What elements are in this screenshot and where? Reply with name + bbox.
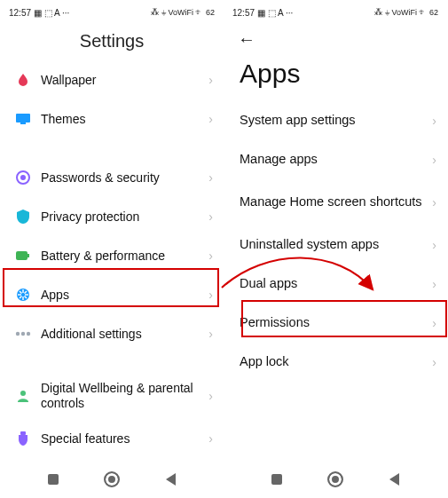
chevron-right-icon: › [432,195,436,209]
row-uninstalled-apps[interactable]: Uninstalled system apps › [224,225,447,265]
row-passwords-security[interactable]: Passwords & security › [0,158,224,197]
row-apps[interactable]: Apps › [0,275,224,314]
additional-icon [15,326,31,342]
chevron-right-icon: › [432,277,436,291]
nav-home-icon[interactable] [104,471,120,487]
nav-recent-icon[interactable] [48,474,59,485]
themes-icon [15,111,31,127]
row-label: Permissions [240,315,432,330]
svg-rect-0 [16,114,30,123]
chevron-right-icon: › [208,209,213,224]
privacy-icon [15,209,31,225]
back-button[interactable]: ← [238,29,255,50]
chevron-right-icon: › [432,355,436,369]
special-icon [15,431,31,447]
row-special[interactable]: Special features › [0,419,224,458]
row-manage-apps[interactable]: Manage apps › [224,140,447,179]
row-themes[interactable]: Themes › [0,99,224,138]
row-label: System app settings [240,113,432,128]
chevron-right-icon: › [432,238,436,252]
status-left-icons: ▦ ⬚ A ··· [34,8,69,18]
chevron-right-icon: › [208,327,213,341]
chevron-right-icon: › [208,389,213,403]
status-bar: 12:57 ▦ ⬚ A ··· ⁂ ⏚ VoWiFi ᯤ 62 [224,0,447,22]
wallpaper-icon [15,72,31,88]
battery-icon [15,248,31,264]
row-permissions[interactable]: Permissions › [224,304,447,343]
row-label: Manage Home screen shortcuts [240,194,432,209]
chevron-right-icon: › [208,288,213,302]
nav-back-icon[interactable] [166,473,176,486]
status-right-icons: ⁂ ⏚ VoWiFi ᯤ 62 [374,8,438,17]
row-dual-apps[interactable]: Dual apps › [224,265,447,304]
svg-rect-19 [20,431,26,435]
chevron-right-icon: › [208,112,213,126]
row-label: Privacy protection [41,209,208,225]
chevron-right-icon: › [208,73,213,87]
nav-recent-icon[interactable] [271,474,282,485]
wellbeing-icon [15,388,31,404]
security-icon [15,170,31,186]
svg-point-3 [20,175,26,180]
page-title: Settings [0,22,224,60]
row-wallpaper[interactable]: Wallpaper › [0,60,224,99]
svg-point-18 [20,391,26,396]
row-app-lock[interactable]: App lock › [224,343,447,382]
svg-rect-5 [28,254,29,257]
row-label: Uninstalled system apps [240,237,432,252]
row-label: Apps [41,288,208,303]
apps-list: System app settings › Manage apps › Mana… [224,101,447,382]
row-label: Dual apps [240,276,432,291]
row-additional[interactable]: Additional settings › [0,314,224,353]
apps-icon [15,287,31,303]
section-gap [0,353,224,373]
status-right-icons: ⁂ ⏚ VoWiFi ᯤ 62 [151,8,215,17]
chevron-right-icon: › [208,170,213,185]
nav-bar [0,466,224,493]
status-time: 12:57 [232,8,255,18]
chevron-right-icon: › [208,431,213,446]
status-bar: 12:57 ▦ ⬚ A ··· ⁂ ⏚ VoWiFi ᯤ 62 [0,0,224,22]
apps-screen: 12:57 ▦ ⬚ A ··· ⁂ ⏚ VoWiFi ᯤ 62 ← Apps S… [224,0,447,498]
row-battery[interactable]: Battery & performance › [0,236,224,275]
chevron-right-icon: › [432,316,436,330]
svg-point-15 [16,332,20,336]
row-wellbeing[interactable]: Digital Wellbeing & parental controls › [0,373,224,419]
row-label: Manage apps [240,152,432,167]
row-privacy[interactable]: Privacy protection › [0,197,224,236]
row-label: Battery & performance [41,249,208,264]
chevron-right-icon: › [432,114,436,128]
nav-bar [224,466,447,493]
row-label: Digital Wellbeing & parental controls [41,381,208,411]
row-manage-shortcuts[interactable]: Manage Home screen shortcuts › [224,179,447,225]
row-label: Additional settings [41,327,208,342]
svg-point-16 [21,332,25,336]
nav-home-icon[interactable] [327,471,343,487]
row-label: Special features [41,431,208,447]
settings-list: Wallpaper › Themes › Passwords & securit… [0,60,224,458]
svg-point-17 [27,332,30,336]
chevron-right-icon: › [432,153,436,167]
svg-rect-1 [20,123,26,124]
row-label: App lock [240,354,432,369]
status-time: 12:57 [9,8,31,18]
section-gap [0,138,224,158]
row-label: Passwords & security [41,170,208,186]
status-left-icons: ▦ ⬚ A ··· [257,8,293,18]
row-system-app-settings[interactable]: System app settings › [224,101,447,140]
settings-screen: 12:57 ▦ ⬚ A ··· ⁂ ⏚ VoWiFi ᯤ 62 Settings… [0,0,224,498]
nav-back-icon[interactable] [389,473,399,486]
svg-rect-4 [16,251,28,260]
row-label: Themes [41,112,208,127]
page-title: Apps [224,50,447,101]
chevron-right-icon: › [208,249,213,263]
row-label: Wallpaper [41,73,208,88]
